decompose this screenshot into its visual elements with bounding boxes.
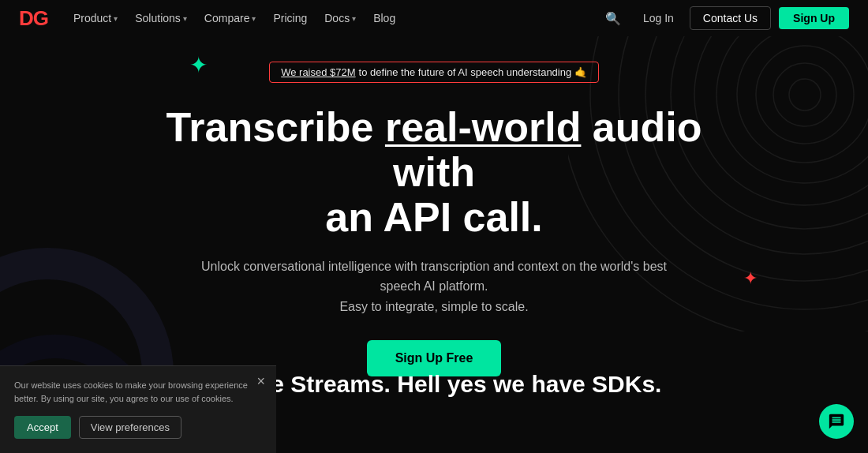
hero-title-underline: real-world <box>385 104 582 150</box>
cookie-actions: Accept View preferences <box>14 416 262 439</box>
chevron-down-icon: ▾ <box>352 14 356 23</box>
nav-product[interactable]: Product ▾ <box>65 7 125 29</box>
chevron-down-icon: ▾ <box>183 14 187 23</box>
hero-title-part1: Transcribe <box>166 104 384 150</box>
hero-title: Transcribe real-world audio with an API … <box>166 105 702 241</box>
hero-title-line2: an API call. <box>325 194 543 240</box>
logo[interactable]: DG <box>19 6 48 31</box>
contact-button[interactable]: Contact Us <box>690 6 771 30</box>
cookie-close-button[interactable]: × <box>256 374 265 388</box>
nav-blog[interactable]: Blog <box>365 7 403 29</box>
nav-compare[interactable]: Compare ▾ <box>196 7 264 29</box>
nav-right: 🔍 Log In Contact Us Sign Up <box>599 6 849 30</box>
chat-bubble-button[interactable] <box>819 404 854 439</box>
navbar: DG Product ▾ Solutions ▾ Compare ▾ Prici… <box>0 0 868 36</box>
hero-subtitle-line2: Easy to integrate, simple to scale. <box>339 300 528 313</box>
search-icon: 🔍 <box>605 12 621 25</box>
cookie-accept-button[interactable]: Accept <box>14 416 71 439</box>
chevron-down-icon: ▾ <box>114 14 118 23</box>
hero-subtitle: Unlock conversational intelligence with … <box>197 256 671 317</box>
announcement-text: to define the future of AI speech unders… <box>359 66 587 78</box>
cookie-text: Our website uses cookies to make your br… <box>14 379 262 405</box>
chat-icon <box>828 413 845 430</box>
nav-links: Product ▾ Solutions ▾ Compare ▾ Pricing … <box>65 7 403 29</box>
cookie-prefs-button[interactable]: View preferences <box>79 416 181 439</box>
hero-subtitle-line1: Unlock conversational intelligence with … <box>201 260 667 294</box>
chevron-down-icon: ▾ <box>252 14 256 23</box>
login-button[interactable]: Log In <box>635 7 682 29</box>
cookie-banner: × Our website uses cookies to make your … <box>0 365 276 453</box>
signup-nav-button[interactable]: Sign Up <box>779 7 849 29</box>
nav-pricing[interactable]: Pricing <box>265 7 315 29</box>
search-button[interactable]: 🔍 <box>599 8 627 29</box>
hero-section: We raised $72M to define the future of A… <box>0 36 868 376</box>
nav-solutions[interactable]: Solutions ▾ <box>127 7 195 29</box>
announcement-link[interactable]: We raised $72M <box>281 66 355 78</box>
nav-left: DG Product ▾ Solutions ▾ Compare ▾ Prici… <box>19 6 403 31</box>
announcement-banner: We raised $72M to define the future of A… <box>269 62 599 83</box>
nav-docs[interactable]: Docs ▾ <box>316 7 364 29</box>
